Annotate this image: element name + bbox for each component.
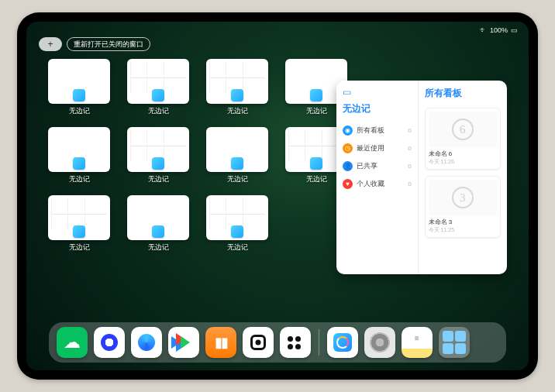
panel-app-title: 无边记	[343, 102, 412, 115]
window-thumbnails-grid: 无边记无边记无边记无边记无边记无边记无边记无边记无边记无边记无边记	[48, 59, 352, 253]
dock-app-settings[interactable]	[364, 327, 395, 358]
dock-app-app-b[interactable]	[280, 327, 311, 358]
sketch-icon	[452, 187, 474, 208]
menu-item-最近使用[interactable]: ◷最近使用0	[343, 139, 412, 157]
square-dot-icon	[250, 335, 266, 350]
freeform-app-icon	[310, 89, 322, 101]
menu-item-count: 0	[408, 145, 411, 152]
books-icon: ▮▮	[215, 334, 227, 351]
thumbnail-label: 无边记	[69, 242, 90, 253]
menu-item-count: 0	[408, 127, 411, 134]
menu-item-label: 个人收藏	[357, 179, 384, 189]
freeform-panel[interactable]: ▭ 无边记 ◉所有看板0◷最近使用0👤已共享0♥个人收藏0 所有看板 未命名 6…	[336, 81, 507, 274]
thumbnail-label: 无边记	[227, 242, 248, 253]
dock-app-quark[interactable]	[94, 327, 125, 358]
thumbnail-label: 无边记	[69, 106, 90, 116]
dock-app-books[interactable]: ▮▮	[205, 327, 236, 358]
wifi-icon: ᯤ	[480, 26, 487, 34]
ipad-frame: ᯤ 100% ▭ + 重新打开已关闭的窗口 无边记无边记无边记无边记无边记无边记…	[17, 12, 538, 380]
screen: ᯤ 100% ▭ + 重新打开已关闭的窗口 无边记无边记无边记无边记无边记无边记…	[26, 22, 529, 370]
board-title: 未命名 6	[429, 150, 497, 158]
battery-percent: 100%	[490, 26, 508, 34]
boards-list: 未命名 6今天 11:26未命名 3今天 11:25	[425, 108, 501, 238]
board-timestamp: 今天 11:25	[429, 226, 497, 234]
menu-item-label: 已共享	[357, 161, 377, 171]
status-bar: ᯤ 100% ▭	[26, 25, 529, 36]
thumbnail-label: 无边记	[148, 106, 169, 116]
play-icon	[181, 336, 190, 349]
freeform-icon	[333, 333, 352, 352]
thumbnail-preview	[48, 127, 110, 172]
thumbnail-preview	[127, 127, 189, 172]
battery-icon: ▭	[511, 26, 518, 34]
board-card[interactable]: 未命名 3今天 11:25	[425, 176, 501, 238]
dock-app-qqbrowser[interactable]	[131, 327, 162, 358]
thumbnail-preview	[206, 195, 268, 240]
quark-icon	[101, 334, 118, 351]
sidebar-toggle-icon[interactable]: ▭	[343, 87, 412, 98]
window-thumbnail[interactable]: 无边记	[206, 127, 268, 184]
dock-app-folder[interactable]	[439, 327, 470, 358]
thumbnail-preview	[48, 195, 110, 240]
freeform-app-icon	[152, 157, 164, 170]
board-preview	[429, 180, 497, 215]
thumbnail-preview	[48, 59, 110, 104]
freeform-app-icon	[73, 89, 85, 101]
top-toolbar: + 重新打开已关闭的窗口	[39, 37, 150, 51]
thumbnail-label: 无边记	[148, 174, 169, 184]
four-dots-icon	[288, 336, 303, 349]
thumbnail-label: 无边记	[227, 174, 248, 184]
menu-item-count: 0	[408, 181, 411, 187]
menu-item-count: 0	[408, 163, 411, 170]
window-thumbnail[interactable]: 无边记	[48, 195, 110, 253]
thumbnail-label: 无边记	[306, 106, 327, 116]
thumbnail-label: 无边记	[227, 106, 248, 116]
bubble-icon: ◉	[343, 126, 353, 136]
wechat-icon: ☁	[64, 332, 81, 352]
freeform-app-icon	[310, 157, 322, 170]
gear-icon	[370, 332, 390, 352]
panel-sidebar: ▭ 无边记 ◉所有看板0◷最近使用0👤已共享0♥个人收藏0	[336, 81, 419, 274]
freeform-app-icon	[73, 157, 85, 170]
window-thumbnail[interactable]: 无边记	[206, 195, 268, 253]
dock-separator	[319, 329, 319, 356]
panel-menu: ◉所有看板0◷最近使用0👤已共享0♥个人收藏0	[343, 122, 412, 193]
qqbrowser-icon	[138, 334, 155, 351]
board-card[interactable]: 未命名 6今天 11:26	[425, 108, 501, 170]
reopen-closed-window-button[interactable]: 重新打开已关闭的窗口	[67, 37, 150, 51]
menu-item-已共享[interactable]: 👤已共享0	[343, 157, 412, 175]
window-thumbnail[interactable]: 无边记	[127, 195, 189, 253]
dock-app-youku[interactable]	[168, 327, 199, 358]
board-preview	[429, 112, 497, 147]
freeform-app-icon	[73, 225, 85, 238]
window-thumbnail[interactable]: 无边记	[127, 59, 189, 116]
dock-app-freeform[interactable]	[327, 327, 358, 358]
dock-app-app-a[interactable]	[243, 327, 274, 358]
notes-icon: ≡	[415, 334, 419, 342]
window-thumbnail[interactable]: 无边记	[206, 59, 268, 116]
sketch-icon	[452, 119, 474, 140]
thumbnail-label: 无边记	[306, 174, 327, 184]
clock-icon: ◷	[343, 143, 353, 153]
thumbnail-preview	[127, 59, 189, 104]
app-folder-icon	[443, 331, 466, 354]
panel-content-title: 所有看板	[425, 87, 501, 100]
thumbnail-preview	[206, 127, 268, 172]
window-thumbnail[interactable]: 无边记	[48, 59, 110, 116]
board-title: 未命名 3	[429, 218, 497, 226]
window-thumbnail[interactable]: 无边记	[127, 127, 189, 184]
thumbnail-label: 无边记	[148, 242, 169, 253]
dock-app-wechat[interactable]: ☁	[57, 327, 88, 358]
thumbnail-label: 无边记	[69, 174, 90, 184]
menu-item-个人收藏[interactable]: ♥个人收藏0	[343, 175, 412, 193]
panel-content: 所有看板 未命名 6今天 11:26未命名 3今天 11:25	[419, 81, 507, 274]
menu-item-所有看板[interactable]: ◉所有看板0	[343, 122, 412, 139]
window-thumbnail[interactable]: 无边记	[48, 127, 110, 184]
freeform-app-icon	[231, 225, 243, 238]
dock-app-notes[interactable]: ≡	[402, 327, 433, 358]
person-icon: 👤	[343, 161, 353, 171]
menu-item-label: 所有看板	[357, 126, 384, 136]
freeform-app-icon	[152, 89, 164, 101]
new-window-button[interactable]: +	[39, 37, 62, 51]
menu-item-label: 最近使用	[357, 143, 384, 153]
